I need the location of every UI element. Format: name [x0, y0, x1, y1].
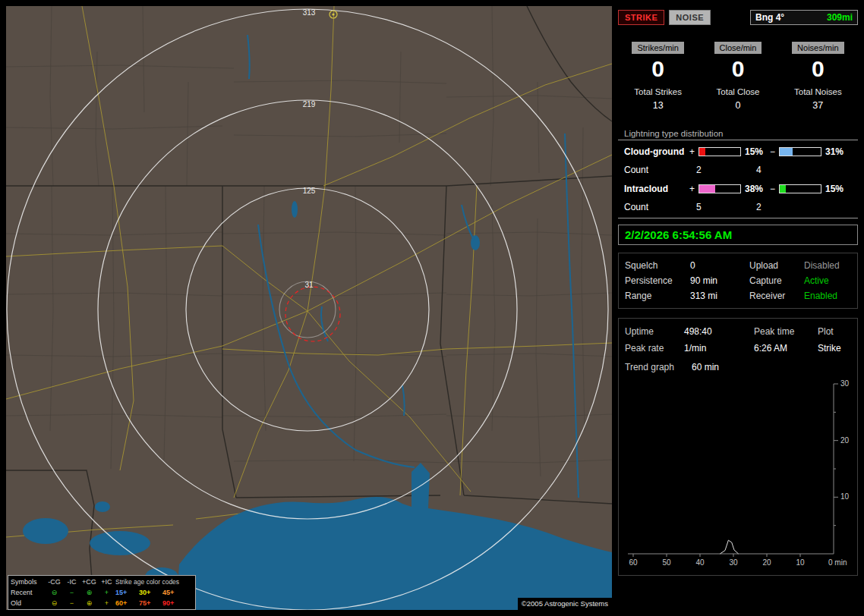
cg-positive-bar — [698, 147, 741, 156]
strike-tab[interactable]: STRIKE — [618, 10, 664, 25]
legend-age-title: Strike age color codes — [115, 578, 193, 586]
bearing-value: Bng 4° — [755, 12, 784, 23]
age-30-label: 30+ — [139, 589, 162, 596]
ring-label-125: 125 — [303, 187, 316, 195]
svg-text:20: 20 — [840, 436, 850, 445]
noises-per-min-value: 0 — [778, 57, 858, 81]
cg-positive-pct: 15% — [745, 146, 770, 157]
divider — [618, 218, 858, 218]
noises-counter: Noises/min 0 Total Noises 37 — [778, 42, 858, 111]
uptime-label: Uptime — [625, 326, 684, 337]
ring-label-313: 313 — [303, 8, 316, 17]
svg-text:0 min: 0 min — [828, 558, 847, 567]
total-noises-value: 37 — [778, 100, 858, 111]
receiver-status: Enabled — [804, 291, 851, 301]
neg-cg-recent-icon: ⊖ — [46, 589, 63, 596]
distribution-title: Lightning type distribution — [624, 129, 858, 138]
range-value: 313 mi — [690, 291, 749, 301]
strikes-per-min-value: 0 — [618, 57, 698, 81]
close-counter: Close/min 0 Total Close 0 — [698, 42, 777, 111]
age-60-label: 60+ — [115, 599, 139, 607]
map-canvas[interactable]: 313 219 125 31 — [6, 6, 612, 610]
close-per-min-chip: Close/min — [714, 42, 762, 54]
minus-sign: − — [770, 146, 779, 157]
cg-negative-count: 4 — [756, 165, 762, 175]
capture-status: Active — [804, 275, 851, 286]
noises-per-min-chip: Noises/min — [792, 42, 844, 54]
upload-status: Disabled — [804, 260, 851, 271]
minus-sign: − — [770, 184, 779, 194]
plus-sign: + — [689, 184, 698, 194]
svg-text:10: 10 — [796, 558, 805, 567]
plot-value: Strike — [818, 343, 851, 354]
squelch-label: Squelch — [625, 260, 690, 271]
ic-positive-bar — [698, 184, 741, 193]
ic-positive-pct: 38% — [745, 184, 770, 194]
settings-panel: Squelch 0 Upload Disabled Persistence 90… — [618, 253, 858, 309]
peak-time-label: Peak time — [754, 326, 818, 337]
svg-text:60: 60 — [629, 558, 638, 567]
uptime-value: 498:40 — [684, 326, 754, 337]
copyright-text: ©2005 Astrogenic Systems — [518, 598, 612, 610]
trend-graph-window: 60 min — [692, 362, 719, 372]
squelch-value: 0 — [690, 260, 749, 271]
persistence-value: 90 min — [690, 275, 749, 286]
lightning-map[interactable]: 313 219 125 31 Symbols -CG -IC +CG +IC S… — [6, 6, 612, 610]
settings-row: Squelch 0 Upload Disabled — [625, 258, 851, 273]
cg-positive-count: 2 — [696, 165, 756, 175]
capture-label: Capture — [749, 275, 804, 286]
close-per-min-value: 0 — [698, 57, 777, 81]
strikes-per-min-chip: Strikes/min — [632, 42, 683, 54]
range-label: Range — [625, 291, 690, 301]
persistence-label: Persistence — [625, 275, 690, 286]
strikes-counter: Strikes/min 0 Total Strikes 13 — [618, 42, 698, 111]
stats-row-1: Uptime 498:40 Peak time Plot — [625, 323, 851, 340]
intracloud-count-row: Count 5 2 — [618, 198, 858, 216]
rate-counters: Strikes/min 0 Total Strikes 13 Close/min… — [618, 42, 858, 111]
svg-text:50: 50 — [662, 558, 671, 567]
peak-rate-label: Peak rate — [625, 343, 684, 354]
stats-panel: Uptime 498:40 Peak time Plot Peak rate 1… — [618, 318, 858, 576]
ic-positive-count: 5 — [696, 202, 756, 212]
divider — [618, 140, 858, 140]
svg-text:10: 10 — [840, 492, 850, 501]
total-close-label: Total Close — [698, 87, 777, 96]
svg-text:40: 40 — [695, 558, 705, 567]
map-legend: Symbols -CG -IC +CG +IC Strike age color… — [8, 575, 196, 610]
total-noises-label: Total Noises — [778, 87, 858, 96]
peak-rate-value: 1/min — [684, 343, 754, 354]
trend-chart: 6050403020100 min102030 — [625, 378, 851, 574]
intracloud-label: Intracloud — [624, 184, 689, 194]
neg-ic-old-icon: − — [63, 599, 80, 607]
cloud-ground-row: Cloud-ground + 15% − 31% — [618, 142, 858, 161]
legend-recent-label: Recent — [11, 589, 46, 596]
neg-cg-old-icon: ⊖ — [46, 599, 63, 607]
stats-row-2: Peak rate 1/min 6:26 AM Strike — [625, 340, 851, 357]
age-45-label: 45+ — [162, 589, 186, 596]
mode-toolbar: STRIKE NOISE Bng 4° 309mi — [618, 10, 858, 25]
ic-negative-count: 2 — [756, 202, 762, 212]
ic-negative-bar — [779, 184, 821, 193]
cg-negative-bar — [779, 147, 821, 156]
trend-graph-row: Trend graph 60 min — [625, 358, 851, 376]
cloud-ground-count-row: Count 2 4 — [618, 161, 858, 179]
svg-text:20: 20 — [762, 558, 771, 567]
ring-label-31: 31 — [304, 281, 314, 289]
control-panel: STRIKE NOISE Bng 4° 309mi Strikes/min 0 … — [618, 6, 858, 610]
cg-negative-pct: 31% — [825, 146, 850, 157]
trend-graph-label: Trend graph — [625, 362, 692, 372]
plot-label: Plot — [818, 326, 851, 337]
intracloud-row: Intracloud + 38% − 15% — [618, 179, 858, 198]
age-15-label: 15+ — [115, 589, 139, 596]
receiver-label: Receiver — [749, 291, 804, 301]
strike-trend-series — [720, 540, 738, 554]
legend-recent-row: Recent ⊖ − ⊕ + 15+ 30+ 45+ — [11, 587, 193, 598]
ring-label-219: 219 — [303, 100, 316, 108]
total-close-value: 0 — [698, 100, 777, 111]
cg-count-label: Count — [624, 165, 696, 175]
legend-col-neg-cg: -CG — [46, 578, 63, 586]
age-90-label: 90+ — [162, 599, 186, 607]
bearing-readout: Bng 4° 309mi — [750, 10, 858, 25]
noise-tab[interactable]: NOISE — [669, 10, 711, 25]
settings-row: Range 313 mi Receiver Enabled — [625, 288, 851, 303]
